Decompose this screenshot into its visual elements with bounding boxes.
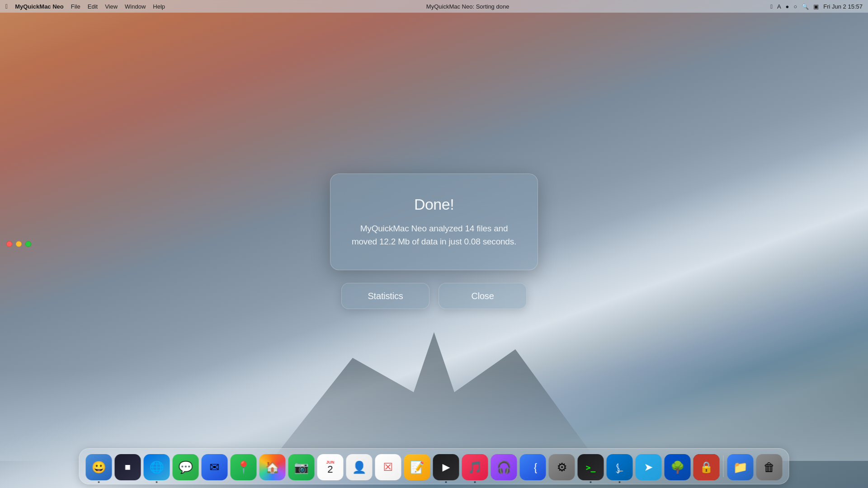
dock-icon-messages[interactable]: 💬 bbox=[173, 454, 199, 480]
reminders-icon: ☒ bbox=[383, 461, 393, 474]
dock-icon-sourcetree[interactable]: 🌳 bbox=[665, 454, 691, 480]
mountain-shape bbox=[231, 289, 637, 461]
dock-divider bbox=[723, 455, 724, 477]
launchpad-icon: ■ bbox=[125, 461, 131, 473]
terminal-icon: >_ bbox=[586, 463, 596, 472]
safari-icon: 🌐 bbox=[150, 460, 164, 474]
telegram-icon: ➤ bbox=[644, 461, 653, 474]
focus-icon[interactable]: ○ bbox=[793, 3, 797, 10]
control-center-icon[interactable]: ▣ bbox=[813, 3, 819, 10]
menu-edit[interactable]: Edit bbox=[88, 3, 98, 10]
menu-window[interactable]: Window bbox=[125, 3, 146, 10]
podcasts-icon: 🎧 bbox=[497, 460, 511, 474]
dock-icon-vscode[interactable]: ⍼ bbox=[607, 454, 633, 480]
dialog-body: MyQuickMac Neo analyzed 14 files and mov… bbox=[349, 222, 519, 248]
dock-icon-files[interactable]: 📁 bbox=[727, 454, 754, 480]
dock-icon-safari[interactable]: 🌐 bbox=[144, 454, 170, 480]
dock-icon-launchpad[interactable]: ■ bbox=[115, 454, 141, 480]
menubar:  MyQuickMac Neo File Edit View Window H… bbox=[0, 0, 868, 13]
menu-help[interactable]: Help bbox=[153, 3, 165, 10]
notes-icon: 📝 bbox=[410, 460, 425, 474]
facetime-icon: 📷 bbox=[294, 460, 309, 474]
dialog-card: Done! MyQuickMac Neo analyzed 14 files a… bbox=[330, 174, 538, 270]
appletv-icon: ▶ bbox=[442, 461, 450, 473]
dock: 😀 ■ 🌐 💬 ✉ 📍 🏠 📷 bbox=[79, 448, 789, 484]
calendar-icon-inner: JUN 2 bbox=[326, 460, 334, 474]
settings-icon: ⚙ bbox=[557, 460, 567, 474]
apple-logo-icon[interactable]:  bbox=[5, 3, 8, 10]
traffic-lights bbox=[6, 241, 31, 247]
mail-icon: ✉ bbox=[210, 460, 220, 474]
dock-icon-facetime[interactable]: 📷 bbox=[288, 454, 315, 480]
privacy-icon: 🔒 bbox=[693, 454, 720, 480]
sourcetree-icon: 🌳 bbox=[670, 460, 685, 474]
dock-icon-telegram[interactable]: ➤ bbox=[636, 454, 662, 480]
dock-icon-privacy[interactable]: 🔒 bbox=[693, 454, 720, 480]
search-icon[interactable]: 🔍 bbox=[802, 3, 809, 10]
dock-icon-trash[interactable]: 🗑 bbox=[756, 454, 783, 480]
dock-icon-terminal[interactable]: >_ bbox=[578, 454, 604, 480]
window-close-button[interactable] bbox=[6, 241, 12, 247]
dock-icon-music[interactable]: 🎵 bbox=[462, 454, 488, 480]
appstore-icon: ｛ bbox=[527, 460, 539, 475]
dialog-container: Done! MyQuickMac Neo analyzed 14 files a… bbox=[330, 174, 538, 309]
statistics-button[interactable]: Statistics bbox=[341, 283, 429, 309]
close-button[interactable]: Close bbox=[439, 283, 527, 309]
status-icons:  A ● ○ 🔍 ▣ Fri Jun 2 15:57 bbox=[770, 3, 863, 10]
dock-icon-photos[interactable]: 🏠 bbox=[259, 454, 286, 480]
trash-icon: 🗑 bbox=[764, 460, 775, 474]
datetime-display: Fri Jun 2 15:57 bbox=[823, 3, 863, 10]
dialog-buttons: Statistics Close bbox=[341, 283, 527, 309]
window-maximize-button[interactable] bbox=[25, 241, 31, 247]
vscode-icon: ⍼ bbox=[616, 460, 623, 474]
dock-icon-notes[interactable]: 📝 bbox=[404, 454, 430, 480]
app-name-menu[interactable]: MyQuickMac Neo bbox=[15, 3, 64, 10]
menu-file[interactable]: File bbox=[71, 3, 80, 10]
dock-icon-appstore[interactable]: ｛ bbox=[520, 454, 546, 480]
desktop:  MyQuickMac Neo File Edit View Window H… bbox=[0, 0, 868, 488]
dock-icon-settings[interactable]: ⚙ bbox=[549, 454, 575, 480]
music-icon: 🎵 bbox=[468, 460, 482, 474]
calendar-day: 2 bbox=[327, 465, 333, 474]
dock-icon-contacts[interactable]: 👤 bbox=[346, 454, 373, 480]
dialog-title: Done! bbox=[349, 196, 519, 213]
dock-icon-finder[interactable]: 😀 bbox=[86, 454, 112, 480]
text-size-icon[interactable]: A bbox=[777, 3, 781, 10]
messages-icon: 💬 bbox=[179, 460, 193, 474]
menu-view[interactable]: View bbox=[105, 3, 118, 10]
contacts-icon: 👤 bbox=[352, 460, 367, 474]
window-minimize-button[interactable] bbox=[16, 241, 22, 247]
photos-icon: 🏠 bbox=[265, 460, 280, 474]
dock-icon-reminders[interactable]: ☒ bbox=[375, 454, 401, 480]
menubar-left:  MyQuickMac Neo File Edit View Window H… bbox=[5, 3, 165, 10]
finder-icon: 😀 bbox=[92, 460, 106, 474]
window-title: MyQuickMac Neo: Sorting done bbox=[426, 3, 509, 10]
dock-icon-podcasts[interactable]: 🎧 bbox=[491, 454, 517, 480]
dock-icon-appletv[interactable]: ▶ bbox=[433, 454, 459, 480]
maps-icon: 📍 bbox=[236, 460, 251, 474]
dock-icon-mail[interactable]: ✉ bbox=[202, 454, 228, 480]
files-icon: 📁 bbox=[733, 460, 748, 474]
wallet-icon[interactable]: ● bbox=[786, 3, 789, 10]
dock-icon-maps[interactable]: 📍 bbox=[231, 454, 257, 480]
dock-icon-calendar[interactable]: JUN 2 bbox=[317, 454, 344, 480]
input-source-icon[interactable]:  bbox=[770, 3, 773, 10]
